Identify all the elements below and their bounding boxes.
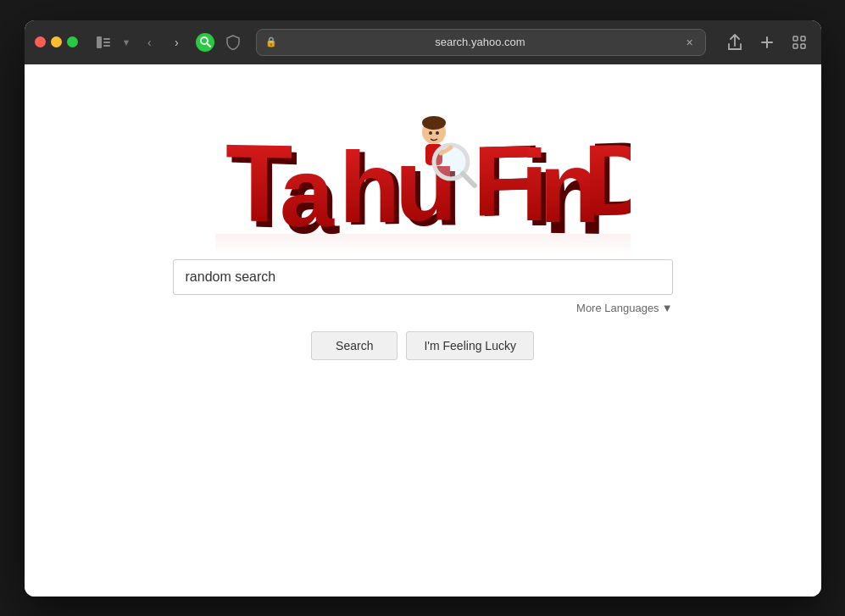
new-tab-button[interactable]	[755, 31, 779, 54]
svg-rect-1	[103, 38, 110, 40]
shield-icon	[224, 33, 242, 52]
logo-area: T T a a h h u u	[215, 98, 631, 259]
more-languages-arrow-icon: ▼	[662, 302, 673, 314]
svg-text:a: a	[280, 138, 335, 247]
svg-line-5	[207, 43, 210, 47]
lock-icon: 🔒	[265, 36, 277, 47]
close-button[interactable]	[35, 36, 46, 47]
grid-button[interactable]	[787, 31, 811, 54]
svg-point-22	[429, 131, 432, 135]
address-bar[interactable]: 🔒 search.yahoo.com ×	[256, 29, 705, 56]
share-button[interactable]	[723, 31, 747, 54]
svg-rect-9	[801, 36, 805, 41]
svg-rect-11	[801, 44, 805, 48]
svg-point-23	[436, 131, 439, 135]
title-bar: ▼ ‹ › 🔒 search.yahoo.com ×	[25, 20, 821, 64]
maximize-button[interactable]	[67, 36, 78, 47]
green-search-icon	[196, 33, 214, 52]
svg-point-21	[422, 116, 446, 130]
svg-rect-35	[215, 234, 631, 255]
dropdown-arrow-icon[interactable]: ▼	[122, 37, 131, 47]
more-languages-text: More Languages	[576, 302, 659, 314]
feeling-lucky-button[interactable]: I'm Feeling Lucky	[406, 331, 534, 360]
browser-search-icon	[193, 31, 217, 54]
forward-button[interactable]: ›	[166, 32, 186, 53]
search-input-wrapper	[173, 259, 673, 295]
svg-text:D: D	[583, 122, 631, 237]
minimize-button[interactable]	[51, 36, 62, 47]
svg-rect-0	[97, 36, 102, 48]
more-languages-row: More Languages ▼	[173, 302, 673, 314]
search-input[interactable]	[173, 259, 673, 295]
browser-window: ▼ ‹ › 🔒 search.yahoo.com ×	[25, 20, 821, 597]
svg-rect-2	[103, 42, 110, 43]
tab-close-button[interactable]: ×	[683, 36, 697, 49]
sidebar-toggle-button[interactable]	[92, 31, 115, 54]
toolbar-actions	[723, 31, 811, 54]
content-area: T T a a h h u u	[25, 64, 821, 597]
svg-text:h: h	[339, 131, 400, 243]
svg-rect-8	[793, 36, 798, 41]
url-text: search.yahoo.com	[282, 36, 677, 48]
search-button[interactable]: Search	[311, 331, 397, 360]
svg-rect-10	[793, 44, 798, 48]
back-button[interactable]: ‹	[139, 32, 159, 53]
search-section: More Languages ▼ Search I'm Feeling Luck…	[169, 259, 677, 360]
more-languages-link[interactable]: More Languages ▼	[576, 302, 672, 314]
svg-rect-3	[103, 45, 110, 47]
buttons-row: Search I'm Feeling Lucky	[311, 331, 534, 360]
traffic-lights	[35, 36, 78, 47]
